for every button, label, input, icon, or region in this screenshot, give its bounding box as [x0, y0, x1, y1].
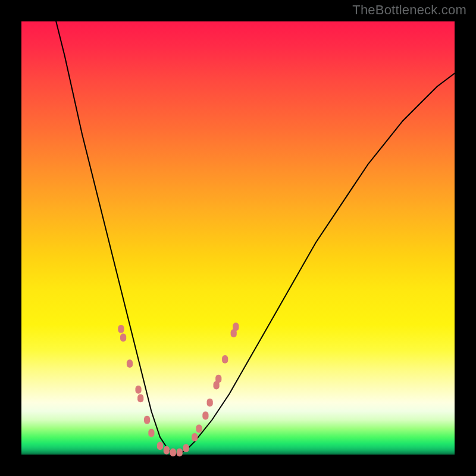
data-point — [233, 322, 239, 331]
data-point — [192, 433, 198, 441]
data-point — [144, 416, 150, 424]
data-point — [157, 442, 163, 450]
watermark-text: TheBottleneck.com — [352, 2, 466, 18]
data-point — [196, 424, 202, 433]
data-point — [148, 429, 154, 437]
data-point — [207, 399, 213, 407]
data-point — [135, 386, 141, 394]
data-point — [215, 375, 221, 383]
data-point — [118, 325, 124, 333]
chart-svg — [21, 21, 455, 455]
data-point — [222, 355, 228, 364]
data-point — [183, 444, 189, 452]
data-point — [170, 448, 176, 456]
chart-root: TheBottleneck.com — [0, 0, 476, 476]
data-point — [202, 412, 208, 420]
data-point — [177, 448, 183, 456]
data-point — [164, 446, 170, 455]
data-point — [120, 334, 126, 342]
data-point — [137, 394, 143, 402]
data-points — [118, 322, 239, 456]
bottleneck-curve — [56, 21, 455, 455]
data-point — [127, 359, 133, 368]
